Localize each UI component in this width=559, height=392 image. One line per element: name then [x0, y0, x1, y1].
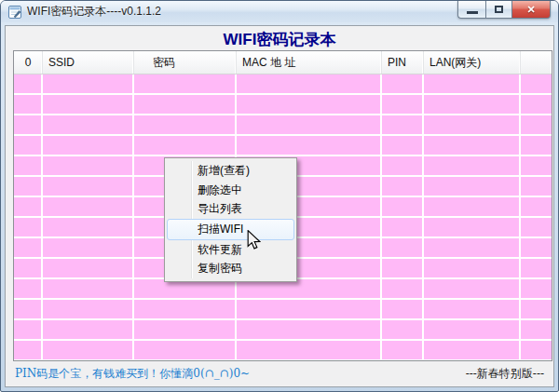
table-cell: [134, 341, 237, 361]
column-header[interactable]: MAC 地 址: [237, 51, 382, 74]
table-cell: [134, 136, 237, 156]
table-cell: [424, 197, 521, 218]
table-cell: [43, 259, 134, 279]
table-cell: [237, 136, 382, 156]
menu-item-4[interactable]: 扫描WIFI: [167, 219, 294, 240]
menu-item-5[interactable]: 软件更新: [165, 240, 296, 260]
table-cell: [43, 136, 134, 156]
table-cell: [237, 341, 382, 361]
table-row[interactable]: [14, 136, 552, 156]
table-cell: [134, 115, 237, 136]
table-cell: [521, 115, 552, 136]
table-cell: [14, 341, 43, 361]
table-cell: [382, 218, 424, 238]
table-cell: [43, 320, 134, 341]
table-row[interactable]: [14, 74, 552, 95]
context-menu: 新增(查看)删除选中导出列表扫描WIFI软件更新复制密码: [164, 157, 297, 282]
table-cell: [424, 259, 521, 279]
minimize-icon: [467, 11, 478, 14]
menu-item-1[interactable]: 新增(查看): [165, 161, 296, 181]
table-cell: [43, 341, 134, 361]
table-row[interactable]: [14, 300, 552, 320]
minimize-button[interactable]: [457, 1, 485, 19]
table-cell: [14, 300, 43, 320]
menu-item-2[interactable]: 删除选中: [165, 181, 296, 200]
mouse-cursor-icon: [247, 230, 261, 251]
table-cell: [237, 95, 382, 115]
table-cell: [14, 115, 43, 136]
table-cell: [382, 341, 424, 361]
table-row[interactable]: [14, 279, 552, 300]
table-cell: [521, 320, 552, 341]
column-header[interactable]: 密码: [134, 51, 237, 74]
table-cell: [424, 320, 521, 341]
column-header[interactable]: LAN(网关): [424, 51, 521, 74]
table-cell: [237, 115, 382, 136]
table-cell: [424, 156, 521, 177]
table-cell: [14, 259, 43, 279]
table-cell: [43, 156, 134, 177]
table-cell: [14, 177, 43, 197]
table-cell: [14, 238, 43, 259]
table-row[interactable]: [14, 341, 552, 361]
page-title: WIFI密码记录本: [6, 29, 553, 50]
table-cell: [43, 115, 134, 136]
table-cell: [382, 136, 424, 156]
table-cell: [382, 115, 424, 136]
table-cell: [14, 136, 43, 156]
menu-item-3[interactable]: 导出列表: [165, 199, 296, 219]
table-cell: [237, 74, 382, 95]
window-title: WIFI密码记录本----v0.1.1.2: [27, 4, 161, 20]
table-cell: [424, 279, 521, 300]
table-cell: [382, 197, 424, 218]
edition-label: ---新春特别版---: [466, 366, 544, 382]
table-cell: [424, 341, 521, 361]
table-cell: [134, 74, 237, 95]
table-cell: [134, 95, 237, 115]
table-row[interactable]: [14, 115, 552, 136]
table-cell: [43, 95, 134, 115]
maximize-button[interactable]: [485, 1, 511, 19]
table-cell: [382, 74, 424, 95]
table-cell: [382, 259, 424, 279]
table-cell: [14, 74, 43, 95]
column-header[interactable]: SSID: [43, 51, 134, 74]
table-cell: [43, 238, 134, 259]
table-cell: [382, 320, 424, 341]
close-button[interactable]: ✕: [511, 1, 551, 19]
table-cell: [424, 74, 521, 95]
table-cell: [424, 300, 521, 320]
table-cell: [521, 177, 552, 197]
table-cell: [382, 95, 424, 115]
column-header[interactable]: [521, 51, 552, 74]
table-cell: [14, 320, 43, 341]
table-cell: [521, 156, 552, 177]
title-bar[interactable]: WIFI密码记录本----v0.1.1.2 ✕: [1, 1, 558, 22]
table-cell: [134, 320, 237, 341]
menu-item-6[interactable]: 复制密码: [165, 259, 296, 278]
table-cell: [43, 74, 134, 95]
table-cell: [382, 238, 424, 259]
notepad-pen-icon[interactable]: [7, 5, 22, 20]
table-cell: [521, 95, 552, 115]
table-cell: [424, 115, 521, 136]
table-cell: [134, 279, 237, 300]
table-cell: [521, 279, 552, 300]
table-row[interactable]: [14, 320, 552, 341]
table-cell: [424, 136, 521, 156]
table-cell: [521, 197, 552, 218]
table-row[interactable]: [14, 95, 552, 115]
table-cell: [14, 279, 43, 300]
table-cell: [43, 218, 134, 238]
column-header[interactable]: PIN: [382, 51, 424, 74]
table-cell: [521, 259, 552, 279]
app-window: WIFI密码记录本----v0.1.1.2 ✕ WIFI密码记录本 0SSID密…: [0, 0, 559, 392]
table-cell: [14, 95, 43, 115]
table-cell: [521, 74, 552, 95]
column-header[interactable]: 0: [14, 51, 43, 74]
table-cell: [14, 218, 43, 238]
table-cell: [521, 341, 552, 361]
table-cell: [43, 197, 134, 218]
table-cell: [14, 197, 43, 218]
table-cell: [382, 156, 424, 177]
